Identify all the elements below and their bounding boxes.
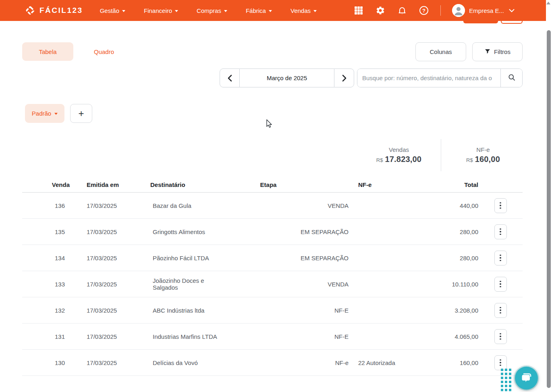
menu-financeiro-label: Financeiro — [144, 7, 172, 14]
table-row[interactable]: 131 17/03/2025 Industrias Marfins LTDA N… — [22, 324, 523, 350]
table-row[interactable]: 132 17/03/2025 ABC Indústrias ltda NF-E … — [22, 297, 523, 324]
cell-total: 280,00 — [413, 255, 478, 261]
row-actions-kebab-button[interactable] — [494, 198, 507, 213]
menu-compras-label: Compras — [197, 7, 221, 14]
search-button[interactable] — [500, 69, 522, 87]
menu-gestao-label: Gestão — [100, 7, 119, 14]
navbar-divider — [440, 5, 441, 16]
partially-hidden-primary-button[interactable] — [463, 21, 498, 23]
cell-emitida-em: 17/03/2025 — [70, 202, 134, 209]
search-bar — [357, 68, 523, 87]
filtros-button[interactable]: Filtros — [472, 42, 523, 61]
svg-text:?: ? — [422, 8, 425, 14]
scrollbar-thumb[interactable] — [547, 30, 551, 388]
top-navbar: FÁCIL123 Gestão Financeiro Compras Fábri… — [0, 0, 546, 21]
table-row[interactable]: 130 17/03/2025 Delícias da Vovó NF-e 22 … — [22, 350, 523, 376]
cell-emitida-em: 17/03/2025 — [70, 307, 134, 314]
cell-emitida-em: 17/03/2025 — [70, 255, 134, 261]
row-actions-kebab-button[interactable] — [494, 251, 507, 265]
cell-actions — [478, 251, 523, 265]
cell-destinatario: Pãozinho Fácil LTDA — [134, 255, 224, 261]
cell-venda: 133 — [22, 281, 70, 288]
header-venda: Venda — [22, 181, 70, 188]
month-navigator: Março de 2025 — [220, 68, 354, 87]
menu-financeiro[interactable]: Financeiro — [144, 7, 178, 14]
avatar — [452, 4, 465, 17]
brand-name: FÁCIL123 — [39, 6, 83, 15]
table-row[interactable]: 136 17/03/2025 Bazar da Gula VENDA 440,0… — [22, 193, 523, 219]
padrao-dropdown[interactable]: Padrão — [25, 104, 64, 123]
main-menu: Gestão Financeiro Compras Fábrica Vendas — [100, 7, 317, 14]
caret-down-icon — [54, 113, 58, 115]
cell-etapa: EM SEPARAÇÃO — [224, 255, 349, 261]
scrollbar-up-arrow[interactable] — [546, 2, 550, 4]
nfe-total-value: 160,00 — [475, 155, 500, 164]
widget-drag-handle[interactable] — [501, 369, 511, 391]
previous-month-button[interactable] — [220, 68, 240, 87]
colunas-label: Colunas — [430, 48, 452, 55]
cell-emitida-em: 17/03/2025 — [70, 333, 134, 340]
cell-total: 4.065,00 — [413, 333, 478, 340]
padrao-label: Padrão — [32, 110, 51, 117]
chat-bubble-icon — [520, 371, 533, 386]
user-account-menu[interactable]: Empresa E... — [452, 4, 515, 17]
header-destinatario: Destinatário — [134, 181, 224, 188]
notifications-bell-icon[interactable] — [397, 5, 407, 16]
cell-etapa: VENDA — [224, 202, 349, 209]
table-row[interactable]: 135 17/03/2025 Gringotts Alimentos EM SE… — [22, 219, 523, 245]
cell-destinatario: Gringotts Alimentos — [134, 228, 224, 235]
menu-gestao[interactable]: Gestão — [100, 7, 125, 14]
search-input[interactable] — [357, 69, 500, 87]
settings-gear-icon[interactable] — [375, 5, 386, 16]
filtros-label: Filtros — [494, 48, 510, 55]
caret-down-icon — [175, 10, 178, 12]
brand-logo[interactable]: FÁCIL123 — [25, 5, 83, 16]
cell-actions — [478, 303, 523, 318]
currency-symbol: R$ — [466, 157, 473, 163]
cell-venda: 135 — [22, 228, 70, 235]
tab-quadro[interactable]: Quadro — [73, 42, 135, 61]
header-total: Total — [413, 181, 478, 188]
table-row[interactable]: 134 17/03/2025 Pãozinho Fácil LTDA EM SE… — [22, 245, 523, 271]
cell-venda: 134 — [22, 255, 70, 261]
cell-emitida-em: 17/03/2025 — [70, 359, 134, 366]
header-emitida-em: Emitida em — [70, 181, 134, 188]
menu-fabrica[interactable]: Fábrica — [246, 7, 272, 14]
cell-etapa: NF-e — [224, 359, 349, 366]
vendas-table: Venda Emitida em Destinatário Etapa NF-e… — [22, 177, 523, 376]
cell-total: 10.110,00 — [413, 281, 478, 288]
partially-hidden-outline-button[interactable] — [501, 21, 523, 24]
caret-down-icon — [313, 10, 317, 12]
add-filter-button[interactable]: + — [70, 104, 92, 123]
menu-compras[interactable]: Compras — [197, 7, 227, 14]
menu-vendas-label: Vendas — [291, 7, 311, 14]
row-actions-kebab-button[interactable] — [494, 329, 507, 344]
row-actions-kebab-button[interactable] — [494, 355, 507, 370]
row-actions-kebab-button[interactable] — [494, 224, 507, 239]
cell-actions — [478, 329, 523, 344]
table-row[interactable]: 133 17/03/2025 Joãozinho Doces e Salgado… — [22, 271, 523, 297]
navbar-right: ? Empresa E... — [353, 0, 515, 21]
cell-etapa: NF-E — [224, 307, 349, 314]
vendas-page: FÁCIL123 Gestão Financeiro Compras Fábri… — [0, 0, 552, 392]
cell-venda: 130 — [22, 359, 70, 366]
header-etapa: Etapa — [224, 181, 349, 188]
next-month-button[interactable] — [334, 68, 354, 87]
apps-grid-icon[interactable] — [353, 5, 364, 16]
cell-emitida-em: 17/03/2025 — [70, 281, 134, 288]
currency-symbol: R$ — [376, 157, 383, 163]
cell-total: 440,00 — [413, 202, 478, 209]
row-actions-kebab-button[interactable] — [494, 303, 507, 318]
vendas-total-summary: Vendas R$17.823,00 — [359, 146, 439, 164]
cell-destinatario: Industrias Marfins LTDA — [134, 333, 224, 340]
current-month-label[interactable]: Março de 2025 — [240, 68, 334, 87]
cell-actions — [478, 224, 523, 239]
colunas-button[interactable]: Colunas — [415, 42, 466, 61]
menu-fabrica-label: Fábrica — [246, 7, 266, 14]
help-circle-icon[interactable]: ? — [419, 5, 429, 16]
cell-emitida-em: 17/03/2025 — [70, 228, 134, 235]
chat-widget-button[interactable] — [515, 367, 538, 390]
row-actions-kebab-button[interactable] — [494, 277, 507, 292]
tab-tabela[interactable]: Tabela — [22, 42, 73, 61]
menu-vendas[interactable]: Vendas — [291, 7, 317, 14]
